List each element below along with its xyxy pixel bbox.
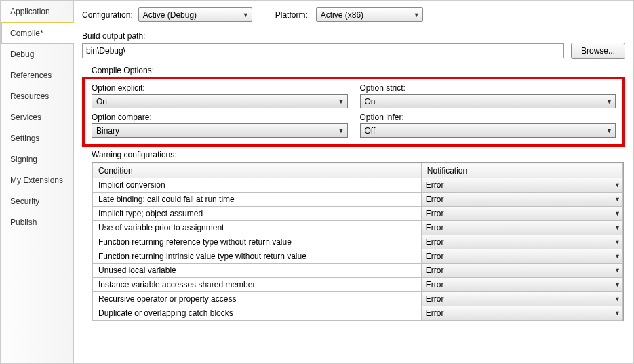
build-output-path-label: Build output path: — [82, 31, 625, 41]
notification-value: Error — [426, 294, 444, 304]
compile-options-highlight: Option explicit: On ▼ Option strict: On … — [82, 77, 625, 147]
sidebar-item-debug[interactable]: Debug — [1, 44, 73, 65]
warning-notification-cell: Error▼ — [421, 249, 622, 264]
chevron-down-icon: ▼ — [606, 98, 612, 105]
chevron-down-icon: ▼ — [338, 98, 344, 105]
option-compare-value: Binary — [96, 126, 119, 136]
sidebar-item-publish[interactable]: Publish — [1, 212, 73, 233]
table-row: Implicit type; object assumedError▼ — [93, 207, 623, 221]
chevron-down-icon: ▼ — [614, 253, 620, 260]
build-output-path-input[interactable] — [82, 43, 564, 58]
notification-dropdown[interactable]: Error▼ — [422, 207, 622, 220]
notification-value: Error — [426, 251, 444, 261]
notification-dropdown[interactable]: Error▼ — [422, 249, 622, 263]
table-row: Instance variable accesses shared member… — [93, 278, 623, 292]
table-row: Duplicate or overlapping catch blocksErr… — [93, 306, 623, 321]
platform-dropdown[interactable]: Active (x86) ▼ — [316, 7, 423, 22]
warning-notification-cell: Error▼ — [421, 292, 622, 306]
option-compare-label: Option compare: — [92, 113, 348, 122]
chevron-down-icon: ▼ — [614, 210, 620, 217]
chevron-down-icon: ▼ — [338, 127, 344, 134]
warnings-table: Condition Notification Implicit conversi… — [92, 163, 623, 321]
warning-condition-cell: Duplicate or overlapping catch blocks — [93, 306, 422, 321]
warning-condition-cell: Function returning reference type withou… — [93, 235, 422, 249]
table-row: Recursive operator or property accessErr… — [93, 292, 623, 306]
warning-notification-cell: Error▼ — [421, 278, 622, 292]
sidebar-item-security[interactable]: Security — [1, 191, 73, 212]
main-panel: Configuration: Active (Debug) ▼ Platform… — [74, 1, 633, 363]
option-compare-dropdown[interactable]: Binary ▼ — [92, 123, 348, 138]
notification-value: Error — [426, 180, 444, 190]
sidebar-item-references[interactable]: References — [1, 65, 73, 86]
warning-notification-cell: Error▼ — [421, 264, 622, 278]
option-strict-value: On — [365, 97, 376, 106]
sidebar-tabs: ApplicationCompile*DebugReferencesResour… — [1, 1, 74, 363]
notification-dropdown[interactable]: Error▼ — [422, 264, 622, 277]
warning-notification-cell: Error▼ — [421, 221, 622, 235]
option-strict-dropdown[interactable]: On ▼ — [360, 94, 616, 108]
chevron-down-icon: ▼ — [614, 196, 620, 203]
warning-condition-cell: Implicit conversion — [93, 178, 422, 193]
chevron-down-icon: ▼ — [614, 182, 620, 188]
notification-value: Error — [426, 209, 444, 218]
browse-button[interactable]: Browse... — [571, 43, 625, 59]
option-strict-label: Option strict: — [360, 83, 616, 93]
table-row: Late binding; call could fail at run tim… — [93, 193, 623, 207]
table-row: Function returning intrinsic value type … — [93, 249, 623, 264]
warning-configurations-legend: Warning configurations: — [82, 150, 625, 159]
option-infer-label: Option infer: — [360, 113, 616, 122]
warning-condition-cell: Recursive operator or property access — [93, 292, 422, 306]
warning-condition-cell: Instance variable accesses shared member — [93, 278, 422, 292]
notification-value: Error — [426, 280, 444, 289]
notification-dropdown[interactable]: Error▼ — [422, 221, 622, 235]
notification-dropdown[interactable]: Error▼ — [422, 306, 622, 320]
chevron-down-icon: ▼ — [614, 267, 620, 274]
warning-condition-cell: Use of variable prior to assignment — [93, 221, 422, 235]
table-row: Implicit conversionError▼ — [93, 178, 623, 193]
table-row: Unused local variableError▼ — [93, 264, 623, 278]
warning-condition-cell: Unused local variable — [93, 264, 422, 278]
notification-dropdown[interactable]: Error▼ — [422, 235, 622, 249]
configuration-value: Active (Debug) — [143, 10, 197, 20]
option-infer-dropdown[interactable]: Off ▼ — [360, 123, 616, 138]
chevron-down-icon: ▼ — [614, 310, 620, 317]
table-row: Function returning reference type withou… — [93, 235, 623, 249]
col-condition-header[interactable]: Condition — [93, 163, 422, 178]
sidebar-item-settings[interactable]: Settings — [1, 128, 73, 149]
warning-notification-cell: Error▼ — [421, 235, 622, 249]
chevron-down-icon: ▼ — [414, 12, 420, 18]
option-explicit-dropdown[interactable]: On ▼ — [92, 94, 348, 108]
platform-label: Platform: — [275, 10, 308, 20]
warning-condition-cell: Function returning intrinsic value type … — [93, 249, 422, 264]
option-explicit-label: Option explicit: — [92, 83, 348, 93]
notification-dropdown[interactable]: Error▼ — [422, 178, 622, 192]
warning-notification-cell: Error▼ — [421, 306, 622, 321]
col-notification-header[interactable]: Notification — [421, 163, 622, 178]
config-platform-row: Configuration: Active (Debug) ▼ Platform… — [82, 7, 625, 22]
sidebar-item-signing[interactable]: Signing — [1, 149, 73, 170]
chevron-down-icon: ▼ — [606, 127, 612, 134]
sidebar-item-resources[interactable]: Resources — [1, 86, 73, 107]
sidebar-item-my-extensions[interactable]: My Extensions — [1, 170, 73, 191]
chevron-down-icon: ▼ — [614, 224, 620, 231]
chevron-down-icon: ▼ — [614, 281, 620, 288]
notification-dropdown[interactable]: Error▼ — [422, 292, 622, 306]
notification-value: Error — [426, 308, 444, 318]
platform-value: Active (x86) — [321, 10, 363, 20]
configuration-dropdown[interactable]: Active (Debug) ▼ — [138, 7, 252, 22]
sidebar-item-application[interactable]: Application — [1, 1, 73, 22]
configuration-label: Configuration: — [82, 10, 133, 20]
warning-condition-cell: Late binding; call could fail at run tim… — [93, 193, 422, 207]
sidebar-item-compile-[interactable]: Compile* — [1, 22, 74, 44]
warnings-table-wrap: Condition Notification Implicit conversi… — [92, 162, 624, 321]
properties-window: ApplicationCompile*DebugReferencesResour… — [0, 0, 634, 364]
notification-dropdown[interactable]: Error▼ — [422, 193, 622, 206]
option-explicit-value: On — [96, 97, 107, 106]
option-infer-value: Off — [365, 126, 376, 136]
warning-notification-cell: Error▼ — [421, 207, 622, 221]
sidebar-item-services[interactable]: Services — [1, 107, 73, 128]
notification-dropdown[interactable]: Error▼ — [422, 278, 622, 291]
notification-value: Error — [426, 266, 444, 275]
chevron-down-icon: ▼ — [614, 239, 620, 245]
warning-notification-cell: Error▼ — [421, 178, 622, 193]
